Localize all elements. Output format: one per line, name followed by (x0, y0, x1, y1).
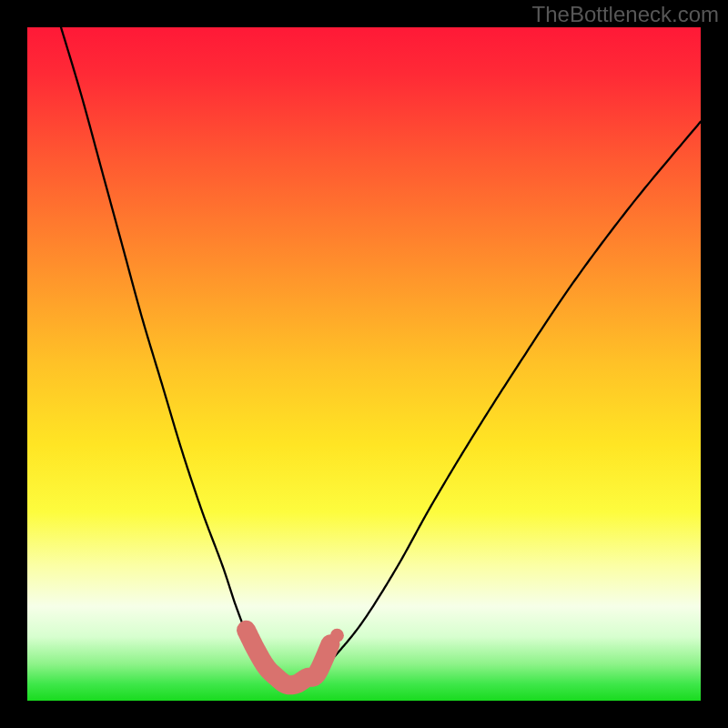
bottleneck-chart-canvas (0, 0, 728, 728)
chart-container: TheBottleneck.com (0, 0, 728, 728)
watermark-label: TheBottleneck.com (532, 2, 719, 27)
